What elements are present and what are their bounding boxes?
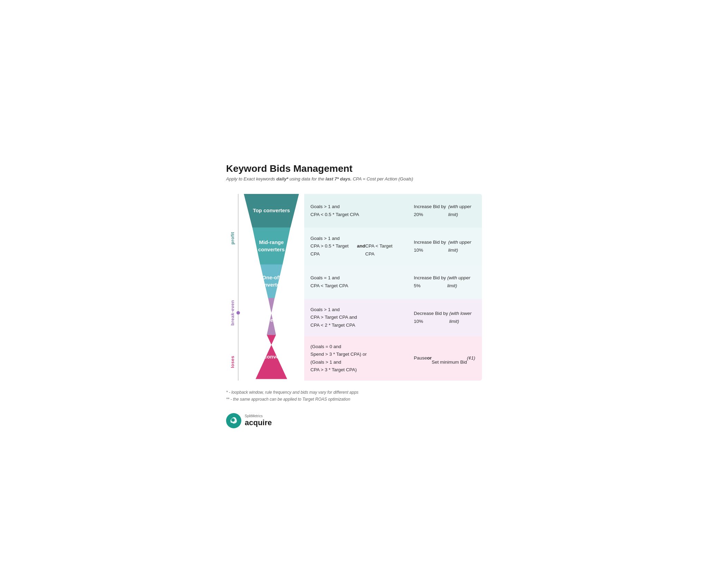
right-grid: Goals > 1 andCPA < 0.5 * Target CPA Goal…: [304, 194, 482, 381]
axis-loses-segment: loses: [226, 343, 239, 380]
breakeven-label: break-even: [230, 300, 235, 326]
footnote-2: ** - the same approach can be applied to…: [226, 396, 482, 403]
condition-cell-1: Goals > 1 andCPA < 0.5 * Target CPA: [304, 194, 408, 228]
brand-text: SplitMetrics acquire: [245, 414, 272, 427]
svg-point-1: [231, 418, 235, 422]
axis-breakeven-segment: break-even: [226, 283, 239, 343]
action-cell-2: Increase Bid by 10%(with upper limit): [408, 228, 482, 265]
funnel-segment-2: Mid-rangeconverters: [239, 227, 304, 265]
page-title: Keyword Bids Management: [226, 163, 482, 174]
brand-name-large: acquire: [245, 418, 272, 427]
condition-cell-4: Goals > 1 andCPA > Target CPA andCPA < 2…: [304, 299, 408, 336]
page-card: Keyword Bids Management Apply to Exact k…: [205, 146, 503, 442]
funnel-segment-1: Top converters: [239, 194, 304, 228]
funnel-label-2: Mid-rangeconverters: [258, 239, 285, 253]
footnotes: * - loopback window, rule frequency and …: [226, 389, 482, 403]
actions-column: Increase Bid by 20%(with upper limit) In…: [408, 194, 482, 381]
brand-name-small: SplitMetrics: [245, 414, 272, 418]
subtitle-bold1: daily*: [276, 176, 288, 181]
loses-label: loses: [230, 356, 235, 368]
action-cell-5: Pause orSet minimum Bid (¢1): [408, 336, 482, 381]
funnel-column: Top converters Mid-rangeconverters One-o…: [239, 194, 304, 381]
action-cell-3: Increase Bid by 5%(with upper limit): [408, 265, 482, 299]
action-cell-1: Increase Bid by 20%(with upper limit): [408, 194, 482, 228]
axis-line: [238, 194, 239, 283]
funnel-label-3: One-offconverters: [258, 274, 285, 288]
funnel-label-5: Non-converters: [252, 353, 291, 360]
condition-cell-3: Goals = 1 andCPA < Target CPA: [304, 265, 408, 299]
subtitle: Apply to Exact keywords daily* using dat…: [226, 176, 482, 181]
main-grid: Top converters Mid-rangeconverters One-o…: [239, 194, 482, 381]
conditions-column: Goals > 1 andCPA < 0.5 * Target CPA Goal…: [304, 194, 408, 381]
condition-cell-5: (Goals = 0 andSpend > 3 * Target CPA) or…: [304, 336, 408, 381]
subtitle-bold2: last 7* days.: [326, 176, 352, 181]
condition-cell-2: Goals > 1 andCPA > 0.5 * Target CPA andC…: [304, 228, 408, 265]
footnote-1: * - loopback window, rule frequency and …: [226, 389, 482, 396]
brand-logo-icon: [226, 413, 241, 428]
funnel-label-4: Bottom-rangeconverters: [254, 309, 288, 324]
axis-profit-segment: profit: [226, 194, 239, 283]
funnel-diagram: profit break-even loses Top converters M…: [226, 194, 482, 381]
funnel-segment-5: Non-converters: [239, 335, 304, 379]
action-cell-4: Decrease Bid by 10%(with lower limit): [408, 299, 482, 336]
funnel-label-1: Top converters: [253, 207, 290, 214]
breakeven-dot: [236, 311, 240, 315]
brand-footer: SplitMetrics acquire: [226, 413, 482, 428]
axis-column: profit break-even loses: [226, 194, 239, 381]
profit-label: profit: [230, 232, 235, 244]
funnel-segment-4: Bottom-rangeconverters: [239, 298, 304, 335]
funnel-segment-3: One-offconverters: [239, 264, 304, 298]
axis-line-3: [238, 343, 239, 380]
